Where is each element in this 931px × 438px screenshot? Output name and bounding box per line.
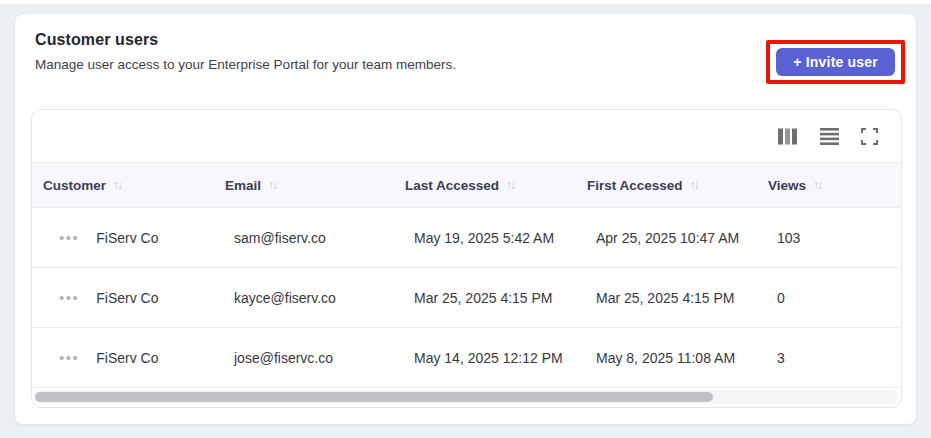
column-label: Last Accessed [405, 178, 499, 193]
row-menu-icon[interactable]: ••• [59, 288, 79, 307]
column-label: Views [768, 178, 806, 193]
column-header-email[interactable]: Email ↑↓ [214, 178, 394, 193]
table-row: ••• FiServ Co sam@fiserv.co May 19, 2025… [32, 208, 901, 268]
first-accessed-cell: Mar 25, 2025 4:15 PM [576, 290, 757, 306]
page-background: { "header": { "title": "Customer users",… [0, 0, 931, 438]
email-cell: jose@fiservc.co [214, 350, 394, 366]
customer-name: FiServ Co [96, 230, 158, 246]
horizontal-scrollbar-thumb[interactable] [35, 392, 713, 402]
views-cell: 3 [757, 350, 901, 366]
invite-user-button[interactable]: + Invite user [776, 48, 895, 76]
customer-name: FiServ Co [96, 290, 158, 306]
customer-name: FiServ Co [96, 350, 158, 366]
first-accessed-cell: May 8, 2025 11:08 AM [576, 350, 757, 366]
title-block: Customer users Manage user access to you… [35, 31, 456, 72]
sort-icon: ↑↓ [690, 178, 698, 192]
fullscreen-icon[interactable] [861, 126, 878, 146]
column-label: First Accessed [587, 178, 683, 193]
table-row: ••• FiServ Co jose@fiservc.co May 14, 20… [32, 328, 901, 388]
table-header-row: Customer ↑↓ Email ↑↓ Last Accessed ↑↓ Fi… [32, 162, 901, 208]
page-subtitle: Manage user access to your Enterprise Po… [35, 57, 456, 72]
email-cell: sam@fiserv.co [214, 230, 394, 246]
row-menu-icon[interactable]: ••• [59, 348, 79, 367]
users-table-panel: Customer ↑↓ Email ↑↓ Last Accessed ↑↓ Fi… [31, 109, 902, 408]
customer-cell: ••• FiServ Co [32, 288, 214, 307]
last-accessed-cell: May 19, 2025 5:42 AM [394, 230, 576, 246]
horizontal-scrollbar-track[interactable] [34, 390, 899, 404]
table-toolbar [32, 110, 901, 162]
customer-cell: ••• FiServ Co [32, 228, 214, 247]
customer-users-card: Customer users Manage user access to you… [14, 13, 917, 425]
card-header: Customer users Manage user access to you… [15, 14, 916, 84]
annotation-highlight: + Invite user [766, 40, 905, 84]
sort-icon: ↑↓ [813, 178, 821, 192]
column-label: Customer [43, 178, 106, 193]
column-header-customer[interactable]: Customer ↑↓ [32, 178, 214, 193]
last-accessed-cell: Mar 25, 2025 4:15 PM [394, 290, 576, 306]
views-cell: 103 [757, 230, 901, 246]
row-density-icon[interactable] [820, 126, 839, 146]
row-menu-icon[interactable]: ••• [59, 228, 79, 247]
sort-icon: ↑↓ [268, 178, 276, 192]
page-title: Customer users [35, 31, 456, 49]
top-strip [0, 0, 931, 4]
first-accessed-cell: Apr 25, 2025 10:47 AM [576, 230, 757, 246]
sort-icon: ↑↓ [506, 178, 514, 192]
table-row: ••• FiServ Co kayce@fiserv.co Mar 25, 20… [32, 268, 901, 328]
email-cell: kayce@fiserv.co [214, 290, 394, 306]
column-header-first-accessed[interactable]: First Accessed ↑↓ [576, 178, 757, 193]
views-cell: 0 [757, 290, 901, 306]
last-accessed-cell: May 14, 2025 12:12 PM [394, 350, 576, 366]
columns-icon[interactable] [778, 126, 798, 146]
column-header-views[interactable]: Views ↑↓ [757, 178, 901, 193]
sort-icon: ↑↓ [113, 178, 121, 192]
column-label: Email [225, 178, 261, 193]
column-header-last-accessed[interactable]: Last Accessed ↑↓ [394, 178, 576, 193]
customer-cell: ••• FiServ Co [32, 348, 214, 367]
